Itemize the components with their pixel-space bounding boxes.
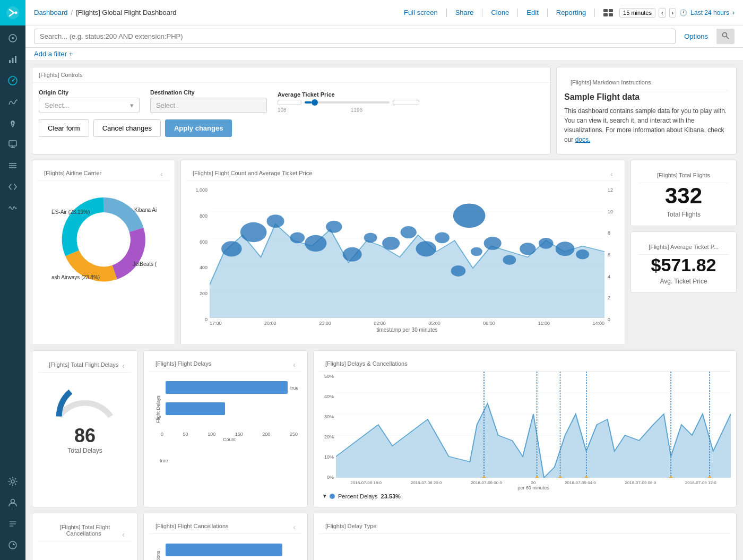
svg-point-47 xyxy=(382,237,400,250)
sidebar-icon-user[interactable] xyxy=(0,492,25,513)
svg-point-17 xyxy=(11,499,15,503)
total-flights-panel: [Flights] Total Flights 332 Total Flight… xyxy=(630,160,737,226)
search-submit-button[interactable] xyxy=(716,29,735,44)
flight-delays-chart-body: Flight Delays true 050100150200250 Co xyxy=(149,372,302,446)
total-delays-gear-icon[interactable]: ‹ xyxy=(122,361,125,370)
svg-text:Kibana Airlines (27.41%): Kibana Airlines (27.41%) xyxy=(134,207,157,213)
time-range-label[interactable]: Last 24 hours xyxy=(690,9,729,16)
total-delays-count: 86 xyxy=(39,425,131,447)
delays-legend: ▾ Percent Delays 23.53% xyxy=(319,490,731,502)
svg-rect-25 xyxy=(603,13,608,16)
flight-cancellations-gear-icon[interactable]: ‹ xyxy=(293,523,296,531)
total-flights-title: [Flights] Total Flights xyxy=(638,168,729,183)
y-axis-right: 121086420 xyxy=(604,185,615,333)
svg-rect-82 xyxy=(166,544,282,556)
controls-buttons: Clear form Cancel changes Apply changes xyxy=(39,119,544,137)
svg-point-49 xyxy=(416,241,437,256)
markdown-docs-link[interactable]: docs. xyxy=(575,136,591,143)
apply-changes-button[interactable]: Apply changes xyxy=(165,119,232,137)
markdown-panel-title: [Flights] Markdown Instructions xyxy=(564,75,729,90)
svg-point-48 xyxy=(401,226,417,238)
flight-delays-title: [Flights] Flight Delays ‹ xyxy=(149,356,302,372)
flight-delays-x-label: Count xyxy=(161,437,298,442)
svg-point-1 xyxy=(15,12,18,14)
cancel-changes-button[interactable]: Cancel changes xyxy=(93,119,161,137)
prev-time-button[interactable]: ‹ xyxy=(659,8,666,18)
controls-panel: [Flights] Controls Origin City Select...… xyxy=(32,67,551,154)
legend-expand-icon[interactable]: ▾ xyxy=(323,493,326,499)
svg-point-56 xyxy=(539,238,554,249)
topbar: Dashboard / [Flights] Global Flight Dash… xyxy=(25,0,743,25)
sidebar-icon-timelion[interactable] xyxy=(0,91,25,113)
sidebar-icon-discover[interactable] xyxy=(0,28,25,49)
slider-max-display xyxy=(393,100,419,105)
sidebar-icon-infrastructure[interactable] xyxy=(0,155,25,176)
flight-delays-x-labels: 050100150200250 xyxy=(161,432,298,437)
panel-toggle[interactable] xyxy=(603,9,613,16)
total-delays-sub-label: Total Delays xyxy=(39,447,131,454)
fullscreen-button[interactable]: Full screen xyxy=(404,8,438,16)
dest-city-select[interactable]: Select . xyxy=(150,98,267,113)
reporting-button[interactable]: Reporting xyxy=(556,8,586,16)
sidebar-icon-management[interactable] xyxy=(0,471,25,492)
sidebar-icon-logs[interactable] xyxy=(0,513,25,535)
svg-point-16 xyxy=(11,480,14,483)
controls-panel-title: [Flights] Controls xyxy=(32,67,550,83)
y-axis-left: 1,0008006004002000 xyxy=(191,185,210,333)
edit-button[interactable]: Edit xyxy=(526,8,538,16)
sidebar-icon-dashboard[interactable] xyxy=(0,70,25,91)
interval-selector[interactable]: 15 minutes xyxy=(619,8,655,18)
filterbar: Add a filter + xyxy=(25,48,743,61)
sidebar-icon-maps[interactable] xyxy=(0,113,25,134)
clone-button[interactable]: Clone xyxy=(491,8,509,16)
svg-point-8 xyxy=(12,80,14,82)
total-cancellations-gauge: 44 Total Cancellations xyxy=(39,541,131,560)
breadcrumb-root[interactable]: Dashboard xyxy=(34,8,68,16)
sidebar-icon-monitoring[interactable] xyxy=(0,197,25,219)
flight-delays-y-label: Flight Delays xyxy=(153,376,161,442)
flight-delays-gear-icon[interactable]: ‹ xyxy=(293,360,296,369)
app-logo[interactable] xyxy=(0,0,25,25)
delays-y-axis: 50%40%30%20%10%0% xyxy=(319,372,336,490)
clear-form-button[interactable]: Clear form xyxy=(39,119,89,137)
markdown-content: Sample Flight data This dashboard contai… xyxy=(564,90,729,147)
svg-rect-26 xyxy=(609,13,613,16)
search-input[interactable] xyxy=(34,29,676,44)
airline-carrier-gear-icon[interactable]: ‹ xyxy=(160,170,163,178)
svg-rect-23 xyxy=(603,9,608,12)
origin-city-select[interactable]: Select... ▾ xyxy=(39,98,140,113)
sidebar-icon-visualize[interactable] xyxy=(0,49,25,70)
avg-ticket-price-title: [Flights] Average Ticket P... xyxy=(638,239,729,255)
markdown-body: This dashboard contains sample data for … xyxy=(564,106,729,144)
svg-text:ash Airways (23.8%): ash Airways (23.8%) xyxy=(51,274,100,280)
svg-point-39 xyxy=(221,241,242,256)
slider-max-label: 1196 xyxy=(351,107,362,113)
dest-city-placeholder: Select . xyxy=(156,101,179,109)
flight-count-panel: [Flights] Flight Count and Average Ticke… xyxy=(180,160,625,345)
main-content: Dashboard / [Flights] Global Flight Dash… xyxy=(25,0,743,560)
svg-rect-5 xyxy=(12,58,14,63)
flight-delays-bars: true 050100150200250 Count xyxy=(161,376,298,442)
controls-content: Origin City Select... ▾ Destination City… xyxy=(32,83,550,143)
total-cancellations-gear-icon[interactable]: ‹ xyxy=(122,530,125,539)
total-cancellations-title: [Flights] Total Flight Cancellations ‹ xyxy=(39,520,131,541)
svg-rect-62 xyxy=(166,402,225,415)
price-slider-track[interactable] xyxy=(305,101,390,104)
svg-marker-22 xyxy=(13,543,15,545)
time-range-expand-icon[interactable]: › xyxy=(732,9,735,16)
flight-count-gear-icon[interactable]: ‹ xyxy=(610,170,613,178)
sidebar-icon-apm[interactable] xyxy=(0,535,25,556)
sidebar-icon-canvas[interactable] xyxy=(0,134,25,155)
search-options-button[interactable]: Options xyxy=(680,32,712,40)
svg-point-44 xyxy=(326,221,342,233)
chart-main: 17:0020:0023:0002:0005:0008:0011:0014:00… xyxy=(210,185,604,333)
svg-point-41 xyxy=(266,214,284,228)
delays-x-sublabel: per 60 minutes xyxy=(336,485,731,490)
sidebar xyxy=(0,0,25,560)
sidebar-icon-dev-tools[interactable] xyxy=(0,176,25,197)
add-filter-button[interactable]: Add a filter + xyxy=(34,50,73,58)
svg-point-50 xyxy=(435,232,450,244)
next-time-button[interactable]: › xyxy=(669,8,677,18)
svg-rect-6 xyxy=(15,56,16,63)
share-button[interactable]: Share xyxy=(455,8,474,16)
